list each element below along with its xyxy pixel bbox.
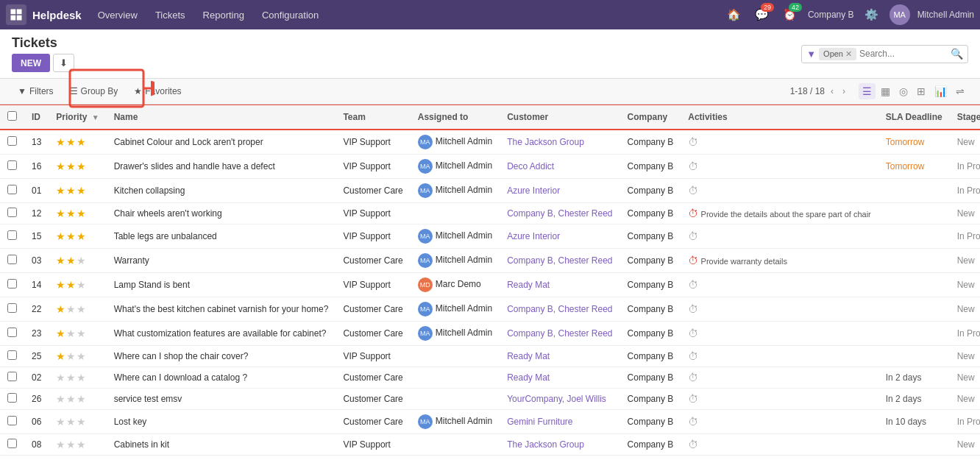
- download-button[interactable]: ⬇: [53, 54, 74, 72]
- activity-clock-icon[interactable]: ⏱: [688, 136, 698, 148]
- activity-urgent-icon[interactable]: ⏱: [688, 208, 698, 219]
- activity-clock-icon[interactable]: ⏱: [688, 393, 698, 405]
- home-icon[interactable]: 🏠: [724, 4, 745, 25]
- row-name[interactable]: Cabinet Colour and Lock aren't proper: [107, 130, 336, 155]
- customer-link[interactable]: Company B, Chester Reed: [507, 328, 612, 339]
- activity-clock-icon[interactable]: ⏱: [688, 279, 698, 291]
- row-name[interactable]: Drawer's slides and handle have a defect: [107, 155, 336, 179]
- star-icon: ★: [66, 255, 76, 266]
- row-name[interactable]: Lost key: [107, 410, 336, 434]
- row-name[interactable]: Kitchen collapsing: [107, 179, 336, 203]
- list-view-button[interactable]: ☰: [859, 83, 876, 99]
- row-checkbox[interactable]: [7, 136, 17, 146]
- row-name[interactable]: service test emsv: [107, 389, 336, 410]
- nav-overview[interactable]: Overview: [90, 7, 145, 24]
- activity-clock-icon[interactable]: ⏱: [688, 303, 698, 315]
- star-icon: ★: [66, 303, 76, 315]
- activity-clock-icon[interactable]: ⏱: [688, 350, 698, 362]
- row-name[interactable]: What customization features are availabl…: [107, 322, 336, 346]
- settings-icon[interactable]: ⚙️: [862, 4, 882, 25]
- filter-tag-icon: ▼: [806, 49, 816, 60]
- row-checkbox[interactable]: [7, 416, 17, 425]
- nav-reporting[interactable]: Reporting: [196, 7, 252, 24]
- row-name[interactable]: Lamp Stand is bent: [107, 273, 336, 297]
- filters-button[interactable]: ▼ Filters: [12, 84, 60, 99]
- remove-filter-icon[interactable]: ✕: [845, 49, 852, 59]
- row-team: Customer Care: [335, 410, 410, 434]
- star-icon: ★: [66, 350, 76, 362]
- row-checkbox[interactable]: [7, 279, 17, 289]
- row-name[interactable]: What's the best kitchen cabinet varnish …: [107, 297, 336, 322]
- customer-link[interactable]: Company B, Chester Reed: [507, 208, 612, 219]
- row-checkbox[interactable]: [7, 350, 17, 360]
- pie-view-button[interactable]: ◎: [895, 83, 912, 99]
- adjust-icon[interactable]: ⇌: [952, 83, 968, 99]
- prev-page-button[interactable]: ‹: [828, 85, 837, 98]
- search-input[interactable]: [859, 49, 948, 59]
- customer-link[interactable]: The Jackson Group: [507, 439, 584, 450]
- row-checkbox[interactable]: [7, 230, 17, 240]
- star-icon: ★: [77, 230, 86, 242]
- table-view-button[interactable]: ⊞: [913, 83, 929, 99]
- search-icon[interactable]: 🔍: [951, 48, 963, 60]
- activity-clock-icon[interactable]: ⏱: [688, 160, 698, 172]
- new-button[interactable]: NEW: [12, 54, 50, 72]
- header-sla: SLA Deadline: [878, 105, 950, 130]
- user-avatar[interactable]: MA: [890, 4, 910, 25]
- customer-link[interactable]: Company B, Chester Reed: [507, 255, 612, 266]
- activity-clock-icon[interactable]: ⏱: [688, 230, 698, 242]
- activity-clock-icon[interactable]: ⏱: [688, 185, 698, 197]
- bar-view-button[interactable]: 📊: [931, 83, 951, 99]
- customer-link[interactable]: The Jackson Group: [507, 137, 584, 147]
- favorites-button[interactable]: ★ Favorites: [128, 84, 187, 99]
- customer-link[interactable]: Ready Mat: [507, 280, 550, 290]
- row-assigned: MAMitchell Admin: [411, 179, 500, 203]
- clock-activity-icon[interactable]: ⏰ 42: [780, 4, 800, 25]
- row-checkbox[interactable]: [7, 255, 17, 264]
- customer-link[interactable]: Azure Interior: [507, 231, 560, 241]
- customer-link[interactable]: Azure Interior: [507, 185, 560, 196]
- customer-link[interactable]: Company B, Chester Reed: [507, 304, 612, 314]
- svg-rect-0: [11, 10, 16, 15]
- row-checkbox[interactable]: [7, 393, 17, 403]
- customer-link[interactable]: Ready Mat: [507, 372, 550, 383]
- row-priority: ★★★: [49, 456, 106, 461]
- grid-view-button[interactable]: ▦: [877, 83, 894, 99]
- activity-urgent-icon[interactable]: ⏱: [688, 255, 698, 266]
- row-name[interactable]: Chair wheels aren't working: [107, 203, 336, 224]
- nav-configuration[interactable]: Configuration: [255, 7, 326, 24]
- row-checkbox[interactable]: [7, 208, 17, 217]
- app-grid-icon[interactable]: [6, 4, 26, 25]
- row-checkbox[interactable]: [7, 303, 17, 313]
- activity-clock-icon[interactable]: ⏱: [688, 328, 698, 339]
- activity-clock-icon[interactable]: ⏱: [688, 416, 698, 428]
- customer-link[interactable]: Deco Addict: [507, 161, 554, 171]
- star-icon: ★: [66, 136, 76, 148]
- row-name[interactable]: Cabinets in kit: [107, 434, 336, 456]
- header-priority[interactable]: Priority ▼: [49, 105, 106, 130]
- activity-clock-icon[interactable]: ⏱: [688, 372, 698, 383]
- customer-link[interactable]: YourCompany, Joel Willis: [507, 394, 606, 404]
- row-checkbox[interactable]: [7, 185, 17, 194]
- activity-clock-icon[interactable]: ⏱: [688, 439, 698, 450]
- row-checkbox[interactable]: [7, 328, 17, 337]
- row-checkbox[interactable]: [7, 160, 17, 170]
- select-all-checkbox[interactable]: [7, 111, 17, 121]
- row-priority: ★★★: [49, 249, 106, 273]
- next-page-button[interactable]: ›: [839, 85, 848, 98]
- row-name[interactable]: Where can I shop the chair cover?: [107, 346, 336, 367]
- row-name[interactable]: Table legs are unbalanced: [107, 224, 336, 249]
- row-name[interactable]: Missing user manual: [107, 456, 336, 461]
- customer-link[interactable]: Ready Mat: [507, 351, 550, 361]
- group-by-button[interactable]: ☰ Group By: [64, 84, 124, 99]
- row-sla: In 10 days: [878, 410, 950, 434]
- row-checkbox-cell: [0, 322, 24, 346]
- customer-link[interactable]: Gemini Furniture: [507, 417, 572, 427]
- row-checkbox[interactable]: [7, 372, 17, 381]
- chat-icon[interactable]: 💬 29: [752, 4, 773, 25]
- row-sla: [878, 203, 950, 224]
- row-checkbox[interactable]: [7, 439, 17, 448]
- row-name[interactable]: Where can I download a catalog ?: [107, 367, 336, 389]
- nav-tickets[interactable]: Tickets: [148, 7, 193, 24]
- row-name[interactable]: Warranty: [107, 249, 336, 273]
